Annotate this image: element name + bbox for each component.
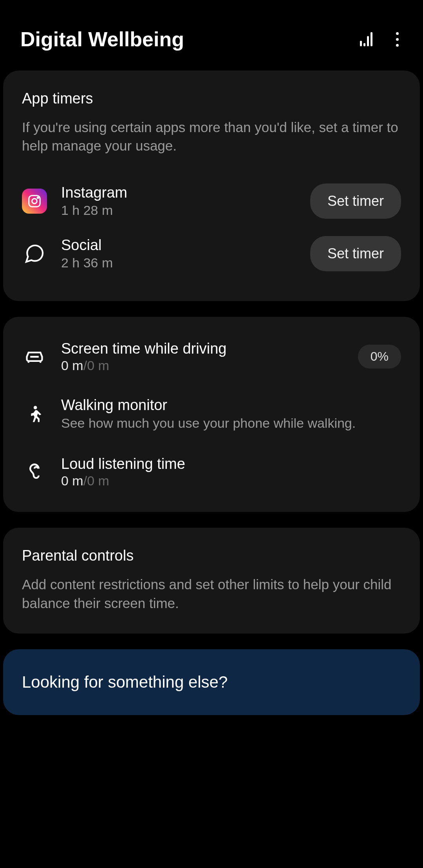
metric-separator: / — [83, 358, 87, 373]
metric-info: Screen time while driving 0 m/0 m — [61, 340, 344, 373]
set-timer-button[interactable]: Set timer — [310, 236, 401, 271]
metric-value: 0 m/0 m — [61, 358, 344, 373]
more-vertical-icon[interactable] — [392, 32, 403, 47]
metric-title: Screen time while driving — [61, 340, 344, 357]
walking-person-icon — [22, 402, 47, 427]
svg-point-2 — [37, 197, 38, 198]
metric-primary-value: 0 m — [61, 358, 83, 373]
metric-secondary-value: 0 m — [87, 358, 109, 373]
metric-info: Loud listening time 0 m/0 m — [61, 456, 401, 488]
svg-point-1 — [32, 198, 37, 203]
timer-app-name: Social — [61, 237, 296, 254]
percent-badge: 0% — [358, 345, 401, 369]
metric-title: Walking monitor — [61, 397, 401, 414]
metric-row-driving[interactable]: Screen time while driving 0 m/0 m 0% — [22, 329, 401, 385]
page-title: Digital Wellbeing — [20, 27, 184, 51]
timer-app-name: Instagram — [61, 184, 296, 201]
parental-controls-title: Parental controls — [22, 547, 401, 564]
metric-secondary-value: 0 m — [87, 473, 109, 488]
parental-controls-card[interactable]: Parental controls Add content restrictio… — [3, 528, 420, 634]
timer-app-time: 2 h 36 m — [61, 255, 296, 271]
timer-app-time: 1 h 28 m — [61, 203, 296, 218]
metric-row-walking[interactable]: Walking monitor See how much you use you… — [22, 385, 401, 444]
timer-row-social[interactable]: Social 2 h 36 m Set timer — [22, 227, 401, 280]
metric-primary-value: 0 m — [61, 473, 83, 488]
car-icon — [22, 344, 47, 369]
parental-controls-description: Add content restrictions and set other l… — [22, 575, 401, 612]
instagram-icon — [22, 189, 47, 214]
ear-icon — [22, 459, 47, 485]
metric-description: See how much you use your phone while wa… — [61, 414, 401, 432]
metric-value: 0 m/0 m — [61, 473, 401, 488]
app-timers-description: If you're using certain apps more than y… — [22, 118, 401, 155]
metric-separator: / — [83, 473, 87, 488]
header: Digital Wellbeing — [0, 0, 423, 71]
timer-row-instagram[interactable]: Instagram 1 h 28 m Set timer — [22, 175, 401, 227]
metric-title: Loud listening time — [61, 456, 401, 472]
timer-info: Social 2 h 36 m — [61, 237, 296, 271]
looking-for-title: Looking for something else? — [22, 673, 401, 692]
svg-point-3 — [34, 406, 37, 409]
timer-info: Instagram 1 h 28 m — [61, 184, 296, 218]
chat-bubble-icon — [22, 241, 47, 266]
looking-for-card[interactable]: Looking for something else? — [3, 649, 420, 715]
set-timer-button[interactable]: Set timer — [310, 183, 401, 219]
app-timers-title: App timers — [22, 90, 401, 107]
metric-row-listening[interactable]: Loud listening time 0 m/0 m — [22, 444, 401, 500]
bar-chart-icon[interactable] — [360, 32, 372, 46]
metric-info: Walking monitor See how much you use you… — [61, 397, 401, 432]
metrics-card: Screen time while driving 0 m/0 m 0% Wal… — [3, 317, 420, 512]
app-timers-card: App timers If you're using certain apps … — [3, 71, 420, 301]
header-actions — [360, 32, 403, 47]
